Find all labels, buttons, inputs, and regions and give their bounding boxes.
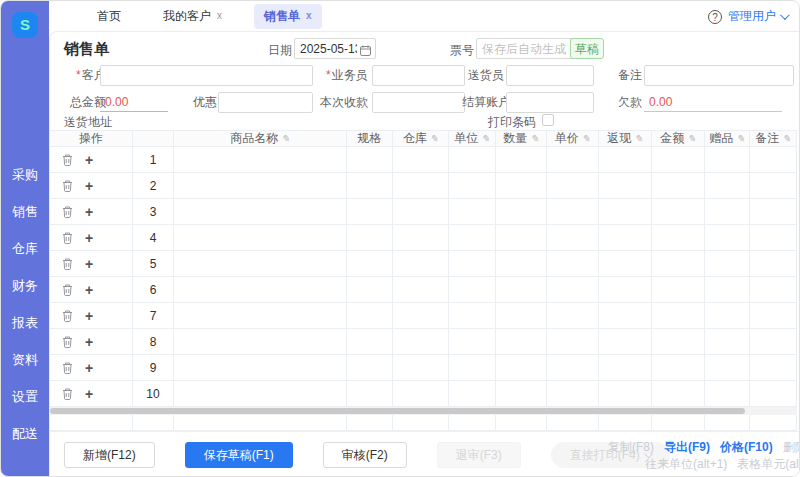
table-cell[interactable] xyxy=(547,381,599,407)
table-cell[interactable] xyxy=(449,173,496,199)
customer-input[interactable] xyxy=(100,65,313,86)
table-cell[interactable] xyxy=(496,329,547,355)
table-cell[interactable] xyxy=(496,303,547,329)
table-cell[interactable] xyxy=(449,303,496,329)
delete-row-icon[interactable] xyxy=(62,232,73,244)
table-cell[interactable] xyxy=(174,173,347,199)
footer-button-保存草稿(F1)[interactable]: 保存草稿(F1) xyxy=(185,442,293,468)
tab-我的客户[interactable]: 我的客户x xyxy=(153,4,232,29)
table-cell[interactable] xyxy=(705,303,750,329)
table-cell[interactable] xyxy=(599,329,652,355)
add-row-icon[interactable]: + xyxy=(85,257,93,271)
table-cell[interactable] xyxy=(449,277,496,303)
delete-row-icon[interactable] xyxy=(62,206,73,218)
table-cell[interactable] xyxy=(547,225,599,251)
address-input[interactable] xyxy=(116,113,480,132)
table-cell[interactable] xyxy=(599,277,652,303)
account-input[interactable] xyxy=(506,92,594,113)
table-cell[interactable] xyxy=(393,303,449,329)
horizontal-scrollbar[interactable] xyxy=(50,407,797,415)
table-cell[interactable] xyxy=(496,173,547,199)
delete-row-icon[interactable] xyxy=(62,284,73,296)
table-cell[interactable] xyxy=(449,251,496,277)
footer-link-删除(F11)[interactable]: 删除(F11) xyxy=(783,440,800,454)
table-cell[interactable] xyxy=(547,199,599,225)
table-cell[interactable] xyxy=(750,199,797,225)
table-cell[interactable] xyxy=(174,147,347,173)
table-cell[interactable] xyxy=(750,329,797,355)
table-cell[interactable] xyxy=(705,199,750,225)
table-cell[interactable] xyxy=(174,303,347,329)
delete-row-icon[interactable] xyxy=(62,388,73,400)
table-cell[interactable] xyxy=(652,381,705,407)
table-cell[interactable] xyxy=(599,199,652,225)
table-cell[interactable] xyxy=(393,381,449,407)
table-cell[interactable] xyxy=(174,355,347,381)
footer-button-审核(F2)[interactable]: 审核(F2) xyxy=(323,442,407,468)
remark-input[interactable] xyxy=(644,65,794,86)
sidebar-item-资料[interactable]: 资料 xyxy=(1,341,49,378)
user-menu[interactable]: 管理用户 xyxy=(728,8,787,25)
add-row-icon[interactable]: + xyxy=(85,205,93,219)
table-cell[interactable] xyxy=(393,251,449,277)
sidebar-item-设置[interactable]: 设置 xyxy=(1,378,49,415)
tab-销售单[interactable]: 销售单x xyxy=(254,4,322,29)
table-cell[interactable] xyxy=(393,355,449,381)
table-cell[interactable] xyxy=(174,381,347,407)
table-cell[interactable] xyxy=(547,277,599,303)
table-cell[interactable] xyxy=(750,355,797,381)
payment-input[interactable] xyxy=(372,92,465,113)
table-cell[interactable] xyxy=(547,355,599,381)
delete-row-icon[interactable] xyxy=(62,154,73,166)
table-cell[interactable] xyxy=(449,329,496,355)
table-cell[interactable] xyxy=(393,147,449,173)
table-cell[interactable] xyxy=(705,381,750,407)
table-cell[interactable] xyxy=(347,329,393,355)
table-cell[interactable] xyxy=(652,277,705,303)
table-cell[interactable] xyxy=(449,381,496,407)
table-cell[interactable] xyxy=(547,147,599,173)
table-cell[interactable] xyxy=(599,173,652,199)
table-cell[interactable] xyxy=(652,225,705,251)
table-cell[interactable] xyxy=(496,225,547,251)
add-row-icon[interactable]: + xyxy=(85,153,93,167)
add-row-icon[interactable]: + xyxy=(85,387,93,401)
table-cell[interactable] xyxy=(449,147,496,173)
table-cell[interactable] xyxy=(599,147,652,173)
table-cell[interactable] xyxy=(705,147,750,173)
table-cell[interactable] xyxy=(174,251,347,277)
table-cell[interactable] xyxy=(547,329,599,355)
add-row-icon[interactable]: + xyxy=(85,231,93,245)
calendar-icon[interactable] xyxy=(360,42,371,60)
table-cell[interactable] xyxy=(449,199,496,225)
table-cell[interactable] xyxy=(547,251,599,277)
table-cell[interactable] xyxy=(347,173,393,199)
table-cell[interactable] xyxy=(652,251,705,277)
table-cell[interactable] xyxy=(347,147,393,173)
sidebar-item-仓库[interactable]: 仓库 xyxy=(1,230,49,267)
delete-row-icon[interactable] xyxy=(62,362,73,374)
table-cell[interactable] xyxy=(347,277,393,303)
table-cell[interactable] xyxy=(652,199,705,225)
table-cell[interactable] xyxy=(347,225,393,251)
table-cell[interactable] xyxy=(393,173,449,199)
table-cell[interactable] xyxy=(705,355,750,381)
print-barcode-checkbox[interactable] xyxy=(542,114,554,126)
table-cell[interactable] xyxy=(496,147,547,173)
delete-row-icon[interactable] xyxy=(62,310,73,322)
table-cell[interactable] xyxy=(347,251,393,277)
add-row-icon[interactable]: + xyxy=(85,309,93,323)
delete-row-icon[interactable] xyxy=(62,258,73,270)
table-cell[interactable] xyxy=(449,355,496,381)
footer-button-新增(F12)[interactable]: 新增(F12) xyxy=(64,442,155,468)
table-cell[interactable] xyxy=(174,277,347,303)
table-cell[interactable] xyxy=(393,225,449,251)
footer-link-导出(F9)[interactable]: 导出(F9) xyxy=(664,440,710,454)
table-cell[interactable] xyxy=(393,277,449,303)
sidebar-item-销售[interactable]: 销售 xyxy=(1,193,49,230)
table-cell[interactable] xyxy=(449,225,496,251)
table-cell[interactable] xyxy=(599,303,652,329)
app-logo-icon[interactable]: S xyxy=(12,12,38,38)
table-cell[interactable] xyxy=(347,355,393,381)
table-cell[interactable] xyxy=(652,329,705,355)
